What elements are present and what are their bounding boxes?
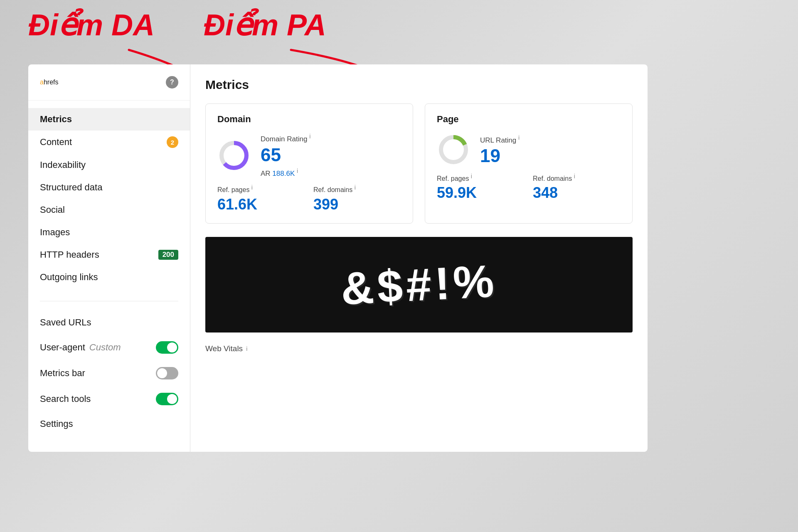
url-rating-label: URL Rating i	[480, 134, 520, 145]
domain-ref-pages-value: 61.6K	[217, 196, 305, 213]
page-ref-domains-value: 348	[533, 184, 621, 202]
web-vitals-row: Web Vitals i	[205, 341, 633, 357]
domain-rating-value: 65	[261, 146, 310, 164]
user-agent-label-group: User-agent Custom	[40, 342, 121, 353]
sidebar-item-settings[interactable]: Settings	[28, 412, 190, 436]
search-tools-toggle[interactable]	[156, 393, 178, 405]
page-ref-domains-label: Ref. domains i	[533, 173, 621, 182]
page-ref-pages-value: 59.9K	[437, 184, 525, 202]
web-vitals-label: Web Vitals	[205, 344, 243, 353]
sidebar-item-user-agent[interactable]: User-agent Custom	[28, 335, 190, 360]
user-agent-toggle[interactable]	[156, 341, 178, 354]
domain-ref-domains-value: 399	[313, 196, 401, 213]
sidebar-logo: ahrefs ?	[28, 76, 190, 101]
domain-rating-label: Domain Rating i	[261, 133, 310, 143]
logo-a: a	[40, 79, 44, 86]
da-annotation: Điểm DA	[28, 7, 155, 42]
page-ref-pages-label: Ref. pages i	[437, 173, 525, 182]
page-stats-row: Ref. pages i 59.9K Ref. domains i 348	[437, 173, 621, 202]
domain-ref-pages-info[interactable]: i	[251, 184, 253, 191]
search-tools-label: Search tools	[40, 394, 91, 404]
url-rating-value: 19	[480, 147, 520, 165]
domain-stats-row: Ref. pages i 61.6K Ref. domains i 399	[217, 184, 401, 213]
domain-rating-info: Domain Rating i 65 AR 188.6K i	[261, 133, 310, 177]
url-rating-info-icon[interactable]: i	[518, 134, 520, 141]
url-rating-donut	[437, 133, 470, 166]
url-rating-info: URL Rating i 19	[480, 134, 520, 165]
nav-label-indexability: Indexability	[40, 160, 86, 170]
saved-urls-label: Saved URLs	[40, 317, 91, 328]
sidebar-item-images[interactable]: Images	[28, 221, 190, 244]
sidebar-item-http-headers[interactable]: HTTP headers 200	[28, 244, 190, 266]
page-ref-domains-info[interactable]: i	[574, 173, 575, 180]
nav-label-structured-data: Structured data	[40, 182, 102, 193]
domain-section: Domain Domain Rating i 65	[205, 103, 413, 224]
user-agent-text: User-agent	[40, 342, 85, 353]
sidebar-bottom: Saved URLs User-agent Custom Metrics bar…	[28, 306, 190, 440]
page-rating-row: URL Rating i 19	[437, 133, 621, 166]
sidebar-item-search-tools[interactable]: Search tools	[28, 386, 190, 412]
sidebar-item-content[interactable]: Content 2	[28, 131, 190, 154]
page-section-title: Page	[437, 114, 621, 125]
domain-rating-donut	[217, 139, 251, 172]
main-content: Metrics Domain Domain Rating i	[190, 64, 648, 452]
sidebar-item-metrics[interactable]: Metrics	[28, 108, 190, 131]
sidebar: ahrefs ? Metrics Content 2 Indexability …	[28, 64, 190, 452]
metrics-bar-toggle[interactable]	[156, 367, 178, 379]
logo-rest: hrefs	[44, 79, 59, 86]
domain-rating-info-icon[interactable]: i	[309, 133, 310, 140]
logo[interactable]: ahrefs	[40, 79, 58, 86]
http-headers-badge: 200	[158, 250, 178, 260]
sidebar-item-indexability[interactable]: Indexability	[28, 154, 190, 176]
domain-ref-pages-label: Ref. pages i	[217, 184, 305, 194]
domain-ref-domains-label: Ref. domains i	[313, 184, 401, 194]
page-ref-pages: Ref. pages i 59.9K	[437, 173, 525, 202]
domain-ref-pages: Ref. pages i 61.6K	[217, 184, 305, 213]
help-icon[interactable]: ?	[166, 76, 178, 89]
settings-label: Settings	[40, 419, 73, 429]
metrics-bar-label: Metrics bar	[40, 368, 85, 379]
nav-label-content: Content	[40, 137, 72, 148]
page-section: Page URL Rating i 19	[425, 103, 633, 224]
web-vitals-info-icon[interactable]: i	[246, 345, 247, 352]
symbols-text: &$#!%	[340, 254, 498, 315]
ar-info-icon[interactable]: i	[297, 167, 298, 174]
user-agent-custom: Custom	[89, 342, 121, 353]
sidebar-item-structured-data[interactable]: Structured data	[28, 176, 190, 199]
sidebar-item-social[interactable]: Social	[28, 199, 190, 221]
symbols-section: &$#!%	[205, 237, 633, 332]
pa-annotation: Điểm PA	[204, 7, 326, 42]
nav-label-metrics: Metrics	[40, 114, 72, 125]
sidebar-item-saved-urls[interactable]: Saved URLs	[28, 310, 190, 335]
nav-label-social: Social	[40, 204, 65, 215]
content-badge: 2	[167, 136, 178, 148]
page-ref-domains: Ref. domains i 348	[533, 173, 621, 202]
domain-section-title: Domain	[217, 114, 401, 125]
metrics-grid: Domain Domain Rating i 65	[205, 103, 633, 224]
sidebar-nav: Metrics Content 2 Indexability Structure…	[28, 101, 190, 296]
domain-ref-domains-info[interactable]: i	[355, 184, 356, 191]
domain-ref-domains: Ref. domains i 399	[313, 184, 401, 213]
nav-label-http-headers: HTTP headers	[40, 249, 99, 260]
page-title: Metrics	[205, 78, 633, 92]
ar-line: AR 188.6K i	[261, 167, 310, 178]
domain-rating-row: Domain Rating i 65 AR 188.6K i	[217, 133, 401, 177]
sidebar-item-metrics-bar[interactable]: Metrics bar	[28, 360, 190, 386]
page-ref-pages-info[interactable]: i	[471, 173, 472, 180]
sidebar-item-outgoing-links[interactable]: Outgoing links	[28, 266, 190, 288]
sidebar-divider	[40, 301, 178, 301]
nav-label-outgoing-links: Outgoing links	[40, 272, 98, 283]
nav-label-images: Images	[40, 227, 70, 238]
